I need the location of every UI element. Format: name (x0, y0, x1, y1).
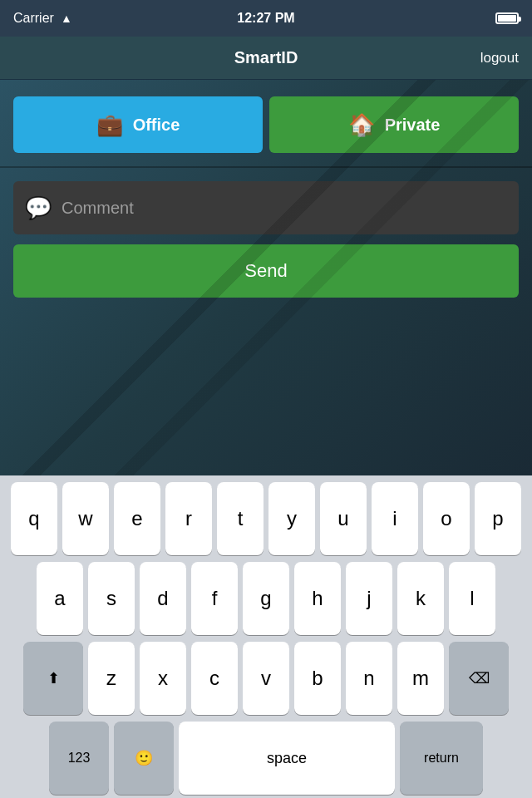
key-y[interactable]: y (268, 482, 315, 555)
key-u[interactable]: u (320, 482, 367, 555)
numbers-key[interactable]: 123 (49, 722, 109, 795)
key-l[interactable]: l (449, 562, 495, 635)
nav-bar: SmartID logout (0, 37, 532, 80)
key-f[interactable]: f (191, 562, 238, 635)
key-row-2: a s d f g h j k l (3, 562, 529, 635)
key-a[interactable]: a (37, 562, 83, 635)
comment-input-row: 💬 (13, 181, 519, 234)
key-b[interactable]: b (294, 642, 341, 715)
key-p[interactable]: p (475, 482, 521, 555)
status-left: Carrier ▲ (13, 11, 72, 26)
office-label: Office (133, 116, 180, 135)
private-button[interactable]: 🏠 Private (269, 96, 519, 153)
key-h[interactable]: h (294, 562, 341, 635)
shift-key[interactable]: ⬆ (23, 642, 83, 715)
key-m[interactable]: m (397, 642, 444, 715)
private-icon: 🏠 (348, 112, 375, 138)
key-s[interactable]: s (88, 562, 135, 635)
space-key[interactable]: space (179, 722, 395, 795)
keyboard: q w e r t y u i o p a s d f g h j k l ⬆ … (0, 475, 532, 798)
battery-icon (495, 12, 519, 24)
key-j[interactable]: j (346, 562, 392, 635)
emoji-key[interactable]: 🙂 (114, 722, 174, 795)
logout-button[interactable]: logout (480, 50, 519, 66)
key-x[interactable]: x (140, 642, 186, 715)
key-q[interactable]: q (11, 482, 57, 555)
key-row-3: ⬆ z x c v b n m ⌫ (3, 642, 529, 715)
key-t[interactable]: t (217, 482, 264, 555)
app-title: SmartID (234, 48, 298, 67)
key-row-4: 123 🙂 space return (3, 722, 529, 795)
key-r[interactable]: r (165, 482, 212, 555)
comment-input[interactable] (62, 199, 507, 218)
key-o[interactable]: o (423, 482, 470, 555)
send-button[interactable]: Send (13, 244, 519, 298)
key-v[interactable]: v (243, 642, 289, 715)
key-z[interactable]: z (88, 642, 135, 715)
main-area: 💼 Office 🏠 Private 💬 Send (0, 80, 532, 475)
key-d[interactable]: d (140, 562, 186, 635)
comment-area: 💬 Send (0, 181, 532, 298)
delete-key[interactable]: ⌫ (449, 642, 509, 715)
key-n[interactable]: n (346, 642, 392, 715)
key-i[interactable]: i (372, 482, 418, 555)
comment-bubble-icon: 💬 (25, 195, 52, 221)
key-w[interactable]: w (62, 482, 109, 555)
status-bar: Carrier ▲ 12:27 PM (0, 0, 532, 37)
return-key[interactable]: return (400, 722, 483, 795)
separator (0, 166, 532, 168)
office-button[interactable]: 💼 Office (13, 96, 263, 153)
time-label: 12:27 PM (237, 11, 294, 26)
key-row-1: q w e r t y u i o p (3, 482, 529, 555)
key-g[interactable]: g (243, 562, 289, 635)
office-icon: 💼 (96, 112, 123, 138)
private-label: Private (385, 116, 441, 135)
segment-area: 💼 Office 🏠 Private (0, 80, 532, 166)
wifi-icon: ▲ (61, 12, 72, 25)
key-c[interactable]: c (191, 642, 238, 715)
key-e[interactable]: e (114, 482, 160, 555)
key-k[interactable]: k (397, 562, 444, 635)
carrier-label: Carrier (13, 11, 54, 26)
